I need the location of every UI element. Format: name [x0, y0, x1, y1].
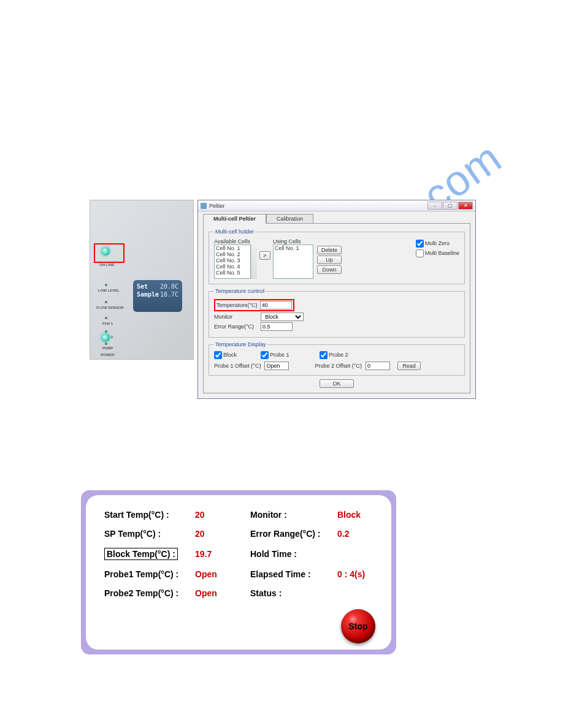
- lowlevel-led-icon: [105, 284, 107, 286]
- up-button[interactable]: Up: [317, 256, 342, 264]
- lcd-set-value: 20.0C: [160, 283, 178, 290]
- flowsensor-led-icon: [105, 301, 107, 303]
- scrollbar-icon[interactable]: [251, 245, 257, 279]
- block-checkbox[interactable]: Block: [214, 351, 257, 359]
- delete-button[interactable]: Delete: [317, 246, 342, 254]
- minimize-button[interactable]: –: [427, 202, 442, 210]
- down-button[interactable]: Down: [317, 265, 342, 274]
- label-online: ON-LINE: [99, 263, 115, 267]
- list-item[interactable]: Cell No. 2: [215, 251, 250, 257]
- temperature-highlight-box: Temperature(°C): [214, 299, 294, 311]
- list-item[interactable]: Cell No. 3: [215, 257, 250, 264]
- temperature-display-legend: Temperature Display: [214, 341, 267, 347]
- monitor-label: Monitor: [214, 314, 258, 320]
- label-fan1: FAN 1: [102, 322, 113, 325]
- multi-zero-checkbox[interactable]: Multi Zero: [416, 240, 450, 248]
- start-temp-value: 20: [195, 510, 229, 520]
- monitor-value: Block: [337, 510, 372, 520]
- read-button[interactable]: Read: [397, 362, 421, 370]
- multi-baseline-checkbox[interactable]: Multi Baseline: [416, 249, 459, 257]
- temperature-control-group: Temperature control Temperature(°C) Moni…: [209, 288, 465, 338]
- close-button[interactable]: ✕: [458, 202, 473, 210]
- pump-led-icon: [105, 343, 107, 345]
- list-item[interactable]: Cell No. 1: [215, 245, 250, 251]
- peltier-window: Peltier – ▢ ✕ Multi-cell Peltier Calibra…: [197, 200, 476, 399]
- elapsed-time-label: Elapsed Time :: [250, 569, 337, 579]
- block-temp-label: Block Temp(°C) :: [104, 548, 195, 560]
- using-cells-listbox[interactable]: Cell No. 1: [273, 245, 313, 279]
- ok-button[interactable]: OK: [320, 379, 354, 388]
- label-power: POWER: [101, 353, 115, 357]
- status-panel: Start Temp(°C) : 20 Monitor : Block SP T…: [81, 490, 396, 654]
- probe2-offset-input[interactable]: [366, 362, 390, 370]
- lcd-sample-label: Sample: [137, 291, 159, 298]
- lcd-sample-value: 18.7C: [160, 291, 178, 298]
- fan1-led-icon: [105, 317, 107, 319]
- label-pump: PUMP: [102, 346, 113, 350]
- error-range-input[interactable]: [261, 322, 293, 331]
- app-icon: [201, 203, 207, 209]
- using-cells-label: Using Cells: [273, 238, 301, 245]
- temperature-input[interactable]: [260, 301, 292, 309]
- temperature-display-group: Temperature Display Block Probe 1 Probe …: [209, 341, 465, 376]
- available-cells-listbox[interactable]: Cell No. 1 Cell No. 2 Cell No. 3 Cell No…: [214, 245, 251, 279]
- fan2-led-icon: [105, 330, 107, 333]
- probe2-temp-value: Open: [195, 588, 229, 598]
- start-temp-label: Start Temp(°C) :: [104, 510, 195, 520]
- sp-temp-value: 20: [195, 529, 229, 539]
- block-temp-value: 19.7: [195, 549, 229, 559]
- online-led-icon: [101, 247, 110, 256]
- probe1-offset-label: Probe 1 Offset (°C): [214, 363, 261, 369]
- list-item[interactable]: Cell No. 5: [215, 270, 250, 276]
- probe2-checkbox[interactable]: Probe 2: [320, 351, 348, 359]
- sp-temp-label: SP Temp(°C) :: [104, 529, 195, 539]
- probe2-offset-label: Probe 2 Offset (°C): [315, 363, 361, 369]
- window-title: Peltier: [209, 203, 225, 209]
- monitor-label: Monitor :: [250, 510, 337, 520]
- probe1-temp-value: Open: [195, 569, 229, 579]
- list-item[interactable]: Cell No. 4: [215, 264, 250, 270]
- top-row: ON-LINE LOW LEVEL FLOW SENSOR FAN 1 FAN …: [90, 200, 476, 399]
- error-range-value: 0.2: [337, 529, 372, 539]
- move-right-button[interactable]: >: [259, 251, 270, 260]
- list-item[interactable]: Cell No. 1: [274, 245, 313, 251]
- multicell-holder-legend: Multi-cell holder: [214, 229, 255, 235]
- temperature-control-legend: Temperature control: [214, 288, 266, 294]
- label-lowlevel: LOW LEVEL: [98, 289, 120, 292]
- power-led-icon: [101, 333, 110, 342]
- lcd-screen: Set20.0C Sample18.7C: [133, 280, 182, 312]
- maximize-button[interactable]: ▢: [443, 202, 458, 210]
- label-flowsensor: FLOW SENSOR: [96, 306, 124, 309]
- temperature-label: Temperature(°C): [216, 302, 258, 308]
- elapsed-time-value: 0 : 4(s): [337, 569, 372, 579]
- monitor-select[interactable]: Block: [261, 313, 304, 321]
- available-cells-label: Available Cells: [214, 238, 250, 245]
- hold-time-label: Hold Time :: [250, 549, 337, 559]
- probe2-temp-label: Probe2 Temp(°C) :: [104, 588, 195, 598]
- titlebar: Peltier – ▢ ✕: [198, 200, 475, 211]
- stop-button[interactable]: Stop: [341, 609, 375, 643]
- tab-multicell-peltier[interactable]: Multi-cell Peltier: [203, 214, 266, 224]
- tab-calibration[interactable]: Calibration: [266, 214, 313, 224]
- lcd-set-label: Set: [137, 283, 148, 290]
- hardware-photo: ON-LINE LOW LEVEL FLOW SENSOR FAN 1 FAN …: [90, 200, 194, 360]
- probe1-checkbox[interactable]: Probe 1: [261, 351, 316, 359]
- error-range-label: Error Range(°C): [214, 324, 258, 330]
- probe1-temp-label: Probe1 Temp(°C) :: [104, 569, 195, 579]
- status-label: Status :: [250, 588, 337, 598]
- error-range-label: Error Range(°C) :: [250, 529, 337, 539]
- probe1-offset-input[interactable]: [264, 362, 289, 370]
- multicell-holder-group: Multi-cell holder Available Cells Cell N…: [209, 229, 465, 284]
